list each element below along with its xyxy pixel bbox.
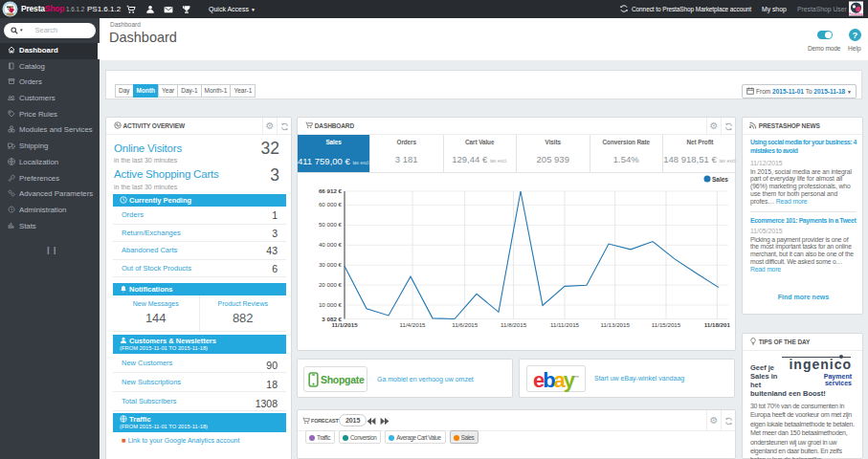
svg-text:11/18/201: 11/18/201 xyxy=(704,321,731,328)
svg-text:66 912 €: 66 912 € xyxy=(319,187,343,194)
svg-text:40 000 €: 40 000 € xyxy=(319,241,343,248)
svg-text:11/8/2015: 11/8/2015 xyxy=(501,321,527,328)
svg-text:11/13/2015: 11/13/2015 xyxy=(600,321,630,328)
svg-text:11/6/2015: 11/6/2015 xyxy=(452,321,479,328)
svg-text:PrestaShop: PrestaShop xyxy=(849,12,863,16)
svg-text:Sales: Sales xyxy=(712,176,728,183)
svg-text:50 000 €: 50 000 € xyxy=(319,221,343,228)
svg-text:60 000 €: 60 000 € xyxy=(319,201,343,208)
svg-text:10 000 €: 10 000 € xyxy=(319,301,343,308)
svg-text:11/11/2015: 11/11/2015 xyxy=(550,321,580,328)
svg-text:11/4/2015: 11/4/2015 xyxy=(399,321,426,328)
svg-text:11/15/2015: 11/15/2015 xyxy=(652,321,681,328)
svg-text:11/1/2015: 11/1/2015 xyxy=(331,321,358,328)
svg-text:30 000 €: 30 000 € xyxy=(319,261,343,268)
svg-text:20 000 €: 20 000 € xyxy=(319,281,343,288)
